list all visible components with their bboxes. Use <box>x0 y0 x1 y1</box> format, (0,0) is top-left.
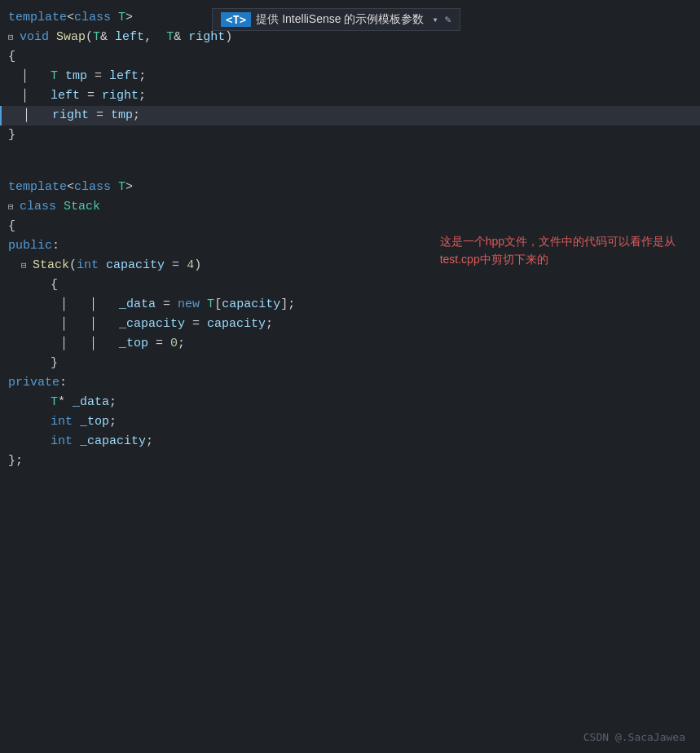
code-line-ctor-open: { <box>0 275 700 295</box>
annotation-line1: 这是一个hpp文件，文件中的代码可以看作是从 <box>440 232 676 250</box>
code-line-template2: template<class T> <box>0 178 700 197</box>
code-line-data-member: T* _data; <box>0 393 700 412</box>
code-line-private: private: <box>0 373 700 393</box>
code-line-data-new: │ │ _data = new T[capacity]; <box>0 295 700 315</box>
separator1 <box>0 145 700 161</box>
intellisense-dropdown-icon[interactable]: ▾ <box>432 14 438 26</box>
code-line-top-member: int _top; <box>0 412 700 432</box>
code-line-capacity-member: int _capacity; <box>0 432 700 451</box>
intellisense-text: 提供 IntelliSense 的示例模板参数 <box>256 12 424 27</box>
code-line-top-assign: │ │ _top = 0; <box>0 334 700 354</box>
code-line-open-brace1: { <box>0 47 700 67</box>
code-line-right-assign: │ right = tmp; <box>0 106 700 126</box>
annotation-box: 这是一个hpp文件，文件中的代码可以看作是从 test.cpp中剪切下来的 <box>440 232 676 269</box>
code-line-capacity-assign: │ │ _capacity = capacity; <box>0 315 700 334</box>
code-line-close-brace1: } <box>0 126 700 145</box>
intellisense-edit-icon[interactable]: ✎ <box>445 13 451 26</box>
code-line-class-close: }; <box>0 451 700 471</box>
intellisense-bar: <T> 提供 IntelliSense 的示例模板参数 ▾ ✎ <box>212 8 460 31</box>
annotation-line2: test.cpp中剪切下来的 <box>440 250 676 268</box>
separator2 <box>0 161 700 178</box>
code-line-tmp: │ T tmp = left; <box>0 67 700 86</box>
code-line-ctor-close: } <box>0 354 700 373</box>
code-line-class-stack: ⊟class Stack <box>0 197 700 217</box>
intellisense-tag: <T> <box>221 12 251 27</box>
code-line-left-assign: │ left = right; <box>0 86 700 106</box>
csdn-watermark: CSDN @.SacaJawea <box>583 731 685 743</box>
